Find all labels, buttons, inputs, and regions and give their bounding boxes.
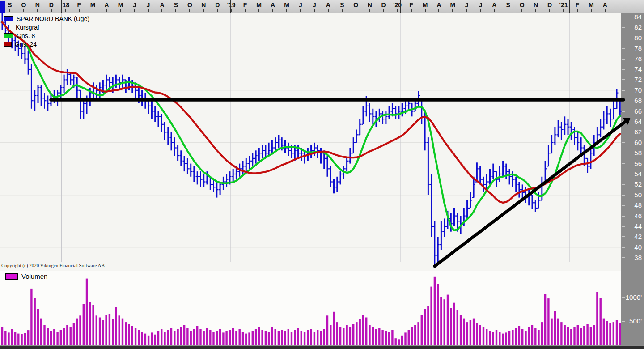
price-chart-canvas[interactable] [0, 13, 644, 271]
month-label: '19 [227, 1, 236, 9]
month-tick [411, 9, 412, 12]
price-panel[interactable]: 8482807876747270686664626058565452504846… [0, 13, 644, 271]
price-tick-label: 62 [624, 128, 642, 136]
month-label: J [465, 1, 468, 9]
volume-bar [212, 332, 214, 345]
month-tick [9, 9, 10, 12]
volume-bar [444, 299, 445, 345]
volume-bar [560, 322, 562, 345]
volume-bar [434, 277, 436, 345]
volume-bar [508, 331, 510, 345]
price-tick-label: 40 [624, 243, 642, 251]
month-label: O [21, 1, 26, 9]
volume-bar [538, 330, 539, 345]
year-boundary-line [61, 0, 62, 13]
volume-bar [307, 330, 309, 345]
month-label: M [450, 1, 456, 9]
volume-bar [473, 319, 475, 345]
volume-bar [586, 324, 588, 345]
diagonal-trendline[interactable] [435, 121, 627, 266]
volume-bar [531, 325, 533, 345]
price-series-swatch [4, 16, 13, 21]
volume-bar [60, 330, 62, 345]
volume-chart-canvas[interactable] [0, 271, 644, 345]
volume-panel[interactable]: 1000'500' Volumen [0, 271, 644, 345]
price-tick [622, 216, 625, 217]
month-tick [494, 9, 495, 12]
price-tick [622, 257, 625, 258]
volume-bar [326, 315, 328, 345]
month-tick [356, 9, 356, 12]
copyright-text: Copyright (c) 2020 Vikingen Financial So… [1, 263, 105, 268]
month-label: O [520, 1, 525, 9]
volume-bar [235, 331, 237, 345]
volume-bar [232, 328, 234, 345]
month-label: A [603, 1, 607, 9]
volume-bar [183, 325, 185, 345]
volume-bar [528, 327, 530, 345]
price-tick-label: 78 [624, 44, 642, 52]
year-boundary-line [230, 0, 231, 13]
volume-bar [603, 319, 605, 345]
volume-bar [375, 329, 377, 345]
volume-bar [323, 329, 325, 345]
volume-bar [265, 331, 267, 345]
volume-bar [365, 318, 367, 345]
volume-bar [66, 325, 68, 345]
month-tick [328, 9, 329, 12]
month-label: J [479, 1, 482, 9]
volume-bar [190, 331, 192, 345]
volume-axis[interactable]: 1000'500' [621, 271, 644, 345]
volume-bar [411, 327, 413, 345]
month-tick [521, 9, 522, 12]
price-axis[interactable]: 8482807876747270686664626058565452504846… [621, 13, 644, 271]
price-tick [622, 142, 625, 143]
volume-bar [557, 319, 559, 345]
month-tick [508, 9, 508, 12]
volume-bar [346, 325, 347, 345]
volume-tick-label: 1000' [623, 294, 642, 302]
volume-bar [450, 308, 452, 345]
month-tick [466, 9, 467, 12]
price-tick-label: 64 [624, 118, 642, 126]
volume-bar [453, 303, 455, 345]
kursgraf-swatch [4, 25, 13, 30]
month-label: S [340, 1, 344, 9]
month-label: '18 [61, 1, 69, 9]
price-tick-label: 42 [624, 233, 642, 241]
window-corner-mark [0, 1, 5, 13]
price-tick [622, 100, 625, 101]
volume-bar [317, 330, 318, 345]
month-tick [106, 9, 107, 12]
month-tick [480, 9, 481, 12]
volume-bar [76, 319, 78, 345]
month-tick [563, 9, 564, 12]
price-tick [622, 90, 625, 91]
volume-bar [343, 328, 344, 345]
volume-legend-label: Volumen [21, 272, 47, 280]
volume-bar [378, 328, 380, 345]
volume-bar [199, 329, 201, 345]
volume-bar [14, 332, 16, 345]
volume-bar [34, 298, 36, 345]
month-tick [79, 9, 80, 12]
volume-bar [573, 327, 575, 345]
volume-bar [50, 331, 52, 345]
month-label: M [284, 1, 289, 9]
volume-bar [70, 327, 72, 345]
volume-bar [21, 334, 22, 345]
volume-bar [372, 327, 374, 345]
volume-bar [27, 330, 29, 345]
price-tick [622, 205, 625, 206]
volume-bar [369, 325, 370, 345]
month-tick [397, 9, 398, 12]
volume-bar [333, 312, 335, 345]
month-label: J [133, 1, 136, 9]
volume-bar [86, 279, 88, 345]
month-label: D [381, 1, 386, 9]
volume-bar [567, 327, 569, 345]
month-label: N [368, 1, 372, 9]
volume-bar [388, 332, 390, 345]
time-axis[interactable]: SOND'18FMAMJJASOND'19FMAMJJASOND'20FMAMJ… [0, 0, 644, 13]
volume-bar [4, 331, 6, 345]
